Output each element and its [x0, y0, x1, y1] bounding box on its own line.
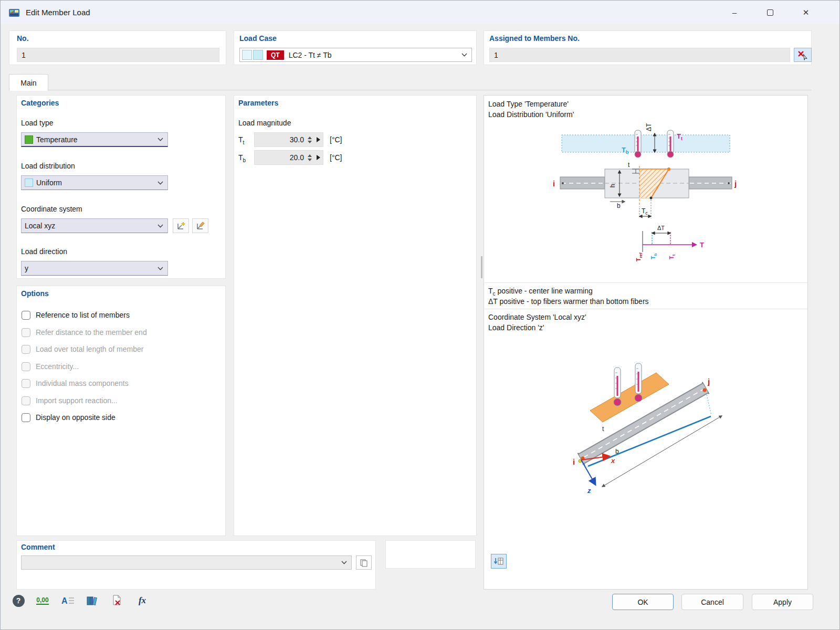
no-input[interactable] [17, 48, 219, 62]
maximize-button[interactable] [752, 1, 788, 24]
edit-coordinate-system-icon [195, 220, 206, 231]
chevron-down-icon [158, 267, 163, 270]
tb-spinner[interactable] [306, 154, 313, 161]
checkbox [22, 396, 30, 405]
edit-coordinate-system-button[interactable] [192, 218, 208, 233]
z-axis-label: z [587, 487, 591, 495]
load-case-color-1 [242, 50, 252, 60]
new-coordinate-system-icon [176, 220, 186, 231]
pick-members-button[interactable] [794, 48, 812, 62]
preview-coord-caption: Coordinate System 'Local xyz' [488, 313, 586, 321]
node-i-label: i [573, 457, 575, 466]
tt-input[interactable]: 30.0 [254, 132, 323, 147]
panel-splitter[interactable] [481, 256, 482, 278]
spacer-panel [385, 540, 476, 569]
thermometer-icon [667, 130, 674, 158]
option-reference-to-list[interactable]: Reference to list of members [22, 309, 130, 321]
dim-t-label: t [602, 425, 604, 433]
copy-comment-button[interactable] [356, 555, 372, 570]
copy-icon [360, 559, 368, 567]
parameters-panel: Parameters Load magnitude Tt 30.0 [°C] T… [234, 95, 477, 536]
decimal-places-button[interactable]: 0,00 [33, 592, 52, 609]
node-j-label: j [734, 179, 737, 188]
dim-t-label: t [628, 161, 630, 169]
window-title: Edit Member Load [26, 8, 90, 17]
formula-icon: fx [139, 595, 146, 606]
apply-button[interactable]: Apply [752, 594, 813, 610]
load-case-select[interactable]: QT LC2 - Tt ≠ Tb [239, 48, 472, 62]
tt-spinner[interactable] [306, 136, 313, 143]
library-button[interactable] [82, 592, 101, 609]
load-case-title: Load Case [239, 34, 277, 43]
load-direction-select[interactable]: y [21, 261, 168, 276]
formula-button[interactable]: fx [133, 592, 152, 609]
pick-icon [797, 50, 808, 60]
delete-load-button[interactable] [108, 592, 127, 609]
tt-diagram-label: Tt [677, 132, 682, 141]
load-type-select[interactable]: Temperature [21, 132, 168, 147]
load-direction-value: y [25, 264, 28, 272]
load-direction-label: Load direction [21, 247, 67, 256]
sync-icon [494, 556, 504, 566]
load-case-value: LC2 - Tt ≠ Tb [289, 51, 332, 59]
tb-value[interactable]: 20.0 [255, 153, 306, 162]
tb-input[interactable]: 20.0 [254, 150, 323, 165]
coordinate-system-select[interactable]: Local xyz [21, 218, 168, 233]
thermometer-icon [635, 363, 642, 402]
svg-text:A: A [61, 596, 68, 605]
close-button[interactable]: ✕ [788, 1, 824, 24]
load-distribution-swatch [25, 178, 33, 187]
load-distribution-select[interactable]: Uniform [21, 175, 168, 190]
minimize-button[interactable]: – [717, 1, 752, 24]
display-settings-button[interactable]: A [58, 592, 77, 609]
t-axis-label: T [700, 241, 704, 249]
x-axis-label: x [611, 457, 615, 465]
checkbox [22, 328, 30, 337]
member-3d-diagram: x z i j t b [484, 336, 808, 536]
load-case-panel: Load Case QT LC2 - Tt ≠ Tb [234, 30, 477, 65]
delta-t-small-label: ΔT [657, 225, 665, 231]
maximize-icon [767, 9, 773, 16]
tb-unit: [°C] [330, 153, 342, 162]
preview-panel: Load Type 'Temperature' Load Distributio… [484, 95, 808, 590]
parameters-title: Parameters [238, 99, 278, 107]
dim-b-label: b [617, 202, 621, 209]
new-coordinate-system-button[interactable] [173, 218, 189, 233]
delta-t-label: ΔT [645, 123, 653, 131]
assigned-members-input[interactable] [489, 48, 790, 62]
option-display-opposite-side[interactable]: Display on opposite side [22, 412, 116, 423]
node-i-label: i [553, 179, 555, 188]
titlebar: Edit Member Load – ✕ [1, 1, 840, 24]
load-case-type-badge: QT [267, 50, 284, 60]
option-load-over-total-length: Load over total length of member [22, 343, 143, 355]
tt-detail-button[interactable] [313, 137, 323, 142]
sync-view-button[interactable] [491, 554, 507, 569]
load-distribution-value: Uniform [36, 178, 62, 187]
dim-h-label: h [609, 184, 616, 188]
coordinate-system-label: Coordinate system [21, 205, 82, 213]
display-settings-icon: A [60, 595, 75, 606]
no-title: No. [17, 34, 29, 43]
tb-detail-button[interactable] [313, 155, 323, 160]
chevron-down-icon [461, 53, 467, 57]
checkbox[interactable] [22, 311, 30, 320]
no-panel: No. [9, 30, 226, 65]
tt-axis-label: Tt [668, 254, 676, 259]
thermometer-icon [635, 130, 641, 158]
option-refer-distance: Refer distance to the member end [22, 327, 147, 338]
help-button[interactable]: ? [9, 592, 28, 609]
tt-unit: [°C] [330, 135, 342, 144]
load-distribution-label: Load distribution [21, 162, 75, 170]
tab-main[interactable]: Main [9, 74, 48, 91]
comment-title: Comment [21, 543, 55, 551]
assigned-title: Assigned to Members No. [489, 34, 580, 43]
ok-button[interactable]: OK [612, 594, 674, 610]
node-j-label: j [707, 377, 710, 386]
cancel-button[interactable]: Cancel [681, 594, 743, 610]
comment-select[interactable] [21, 555, 352, 570]
preview-direction-caption: Load Direction 'z' [488, 323, 544, 332]
tt-value[interactable]: 30.0 [255, 135, 306, 144]
tt-label: Tt [238, 135, 244, 145]
checkbox[interactable] [22, 413, 30, 422]
checkbox [22, 379, 30, 388]
